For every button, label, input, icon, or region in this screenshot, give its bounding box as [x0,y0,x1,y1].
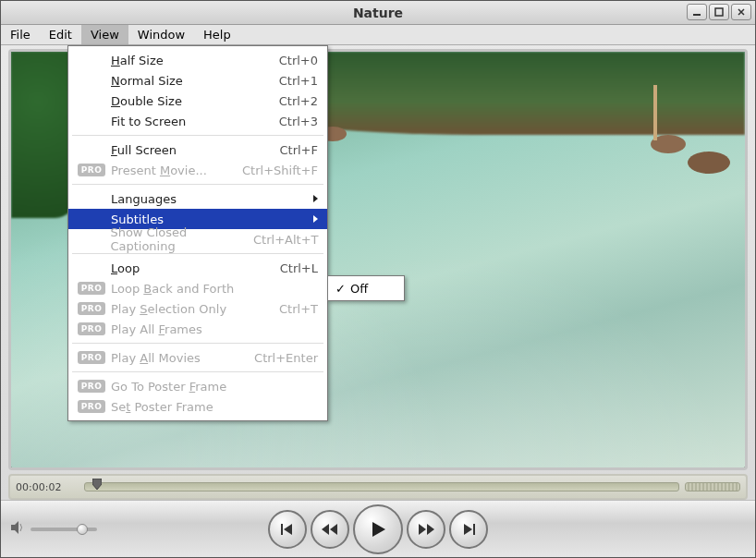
menu-item-loop[interactable]: LoopCtrl+L [68,258,327,278]
svg-marker-6 [322,524,329,535]
minimize-icon [692,7,701,17]
svg-marker-8 [372,522,385,537]
menu-item-label: Go To Poster Frame [111,380,318,394]
volume-slider[interactable] [30,528,97,531]
close-icon [737,7,746,17]
menu-file[interactable]: File [1,25,40,44]
submenu-arrow-icon [313,215,318,223]
svg-marker-9 [419,524,426,535]
pro-badge: PRO [78,380,105,393]
menu-item-languages[interactable]: Languages [68,188,327,209]
menu-item-loop-back-and-forth: PROLoop Back and Forth [68,278,327,298]
pro-badge: PRO [78,322,105,335]
volume-control [10,520,112,539]
svg-marker-5 [284,524,292,535]
menu-separator [72,371,323,372]
timecode: 00:00:02 [16,481,84,493]
fast-forward-icon [417,521,435,538]
accelerator: Ctrl+2 [253,94,318,108]
menu-item-label: Play All Movies [111,351,253,365]
svg-marker-2 [92,479,102,490]
menu-separator [72,184,323,185]
menu-separator [72,343,323,344]
play-button[interactable] [353,504,403,554]
accelerator: Ctrl+Alt+T [253,233,318,247]
menu-item-full-screen[interactable]: Full ScreenCtrl+F [68,140,327,160]
pro-badge: PRO [78,164,105,176]
menu-help[interactable]: Help [194,25,240,44]
svg-marker-10 [427,524,434,535]
window-buttons [687,4,751,20]
timeline: 00:00:02 [8,474,748,500]
menu-item-label: Set Poster Frame [111,400,318,414]
menu-item-label: Loop [111,261,253,275]
menu-item-show-closed-captioning: Show Closed CaptioningCtrl+Alt+T [68,229,327,249]
accelerator: Ctrl+0 [253,54,318,67]
menu-item-label: Show Closed Captioning [110,225,253,253]
controls-bar [1,500,755,557]
pro-badge: PRO [78,351,105,364]
close-button[interactable] [731,4,751,20]
menu-item-label: Play All Frames [111,322,318,336]
fast-forward-button[interactable] [407,510,445,549]
seek-buffer-end [685,482,740,491]
menu-item-label: Present Movie... [111,164,242,177]
svg-rect-12 [473,524,475,535]
pro-badge: PRO [78,400,105,413]
menu-item-double-size[interactable]: Double SizeCtrl+2 [68,91,327,111]
svg-rect-1 [715,8,723,16]
rewind-icon [321,521,339,538]
menu-item-label: Languages [111,192,313,206]
accelerator: Ctrl+1 [253,74,318,88]
menu-item-label: Normal Size [111,74,253,88]
subtitles-submenu: ✓Off [327,275,405,301]
skip-start-button[interactable] [268,510,307,549]
menu-item-label: Fit to Screen [111,115,253,128]
menu-item-half-size[interactable]: Half SizeCtrl+0 [68,50,327,70]
menu-item-fit-to-screen[interactable]: Fit to ScreenCtrl+3 [68,111,327,131]
skip-end-button[interactable] [449,510,488,549]
seek-handle[interactable] [92,479,102,495]
speaker-icon[interactable] [10,520,25,539]
accelerator: Ctrl+Shift+F [242,164,318,177]
menu-item-play-all-movies: PROPlay All MoviesCtrl+Enter [68,347,327,368]
pro-badge: PRO [78,302,105,315]
subtitles-option-off[interactable]: ✓Off [328,278,404,298]
svg-marker-3 [11,521,18,534]
pro-badge: PRO [78,282,105,295]
volume-knob[interactable] [77,524,88,535]
maximize-icon [714,7,724,17]
menu-item-go-to-poster-frame: PROGo To Poster Frame [68,376,327,396]
menu-item-label: Double Size [111,94,253,108]
accelerator: Ctrl+L [253,261,318,275]
menu-item-label: Loop Back and Forth [111,282,318,296]
skip-start-icon [279,521,296,538]
accelerator: Ctrl+F [253,143,318,157]
accelerator: Ctrl+T [253,302,318,316]
accelerator: Ctrl+3 [253,115,318,128]
subtitles-option-label: Off [350,282,368,296]
menu-item-normal-size[interactable]: Normal SizeCtrl+1 [68,70,327,91]
play-icon [368,519,388,540]
menu-item-play-selection-only: PROPlay Selection OnlyCtrl+T [68,298,327,319]
menubar: FileEditViewWindowHelp [1,25,755,45]
menu-item-label: Full Screen [111,143,253,157]
menu-item-set-poster-frame: PROSet Poster Frame [68,396,327,417]
minimize-button[interactable] [687,4,707,20]
svg-marker-11 [464,524,472,535]
view-menu-dropdown: Half SizeCtrl+0Normal SizeCtrl+1Double S… [67,45,328,421]
menu-item-label: Half Size [111,54,253,67]
rewind-button[interactable] [311,510,349,549]
menu-window[interactable]: Window [128,25,194,44]
svg-rect-0 [693,14,701,16]
svg-rect-4 [281,524,283,535]
accelerator: Ctrl+Enter [253,351,318,365]
seek-track[interactable] [84,482,679,491]
menu-item-label: Play Selection Only [111,302,253,316]
menu-view[interactable]: View [81,25,128,44]
menu-separator [72,135,323,136]
menu-edit[interactable]: Edit [40,25,81,44]
skip-end-icon [460,521,477,538]
maximize-button[interactable] [709,4,729,20]
titlebar[interactable]: Nature [1,1,755,25]
